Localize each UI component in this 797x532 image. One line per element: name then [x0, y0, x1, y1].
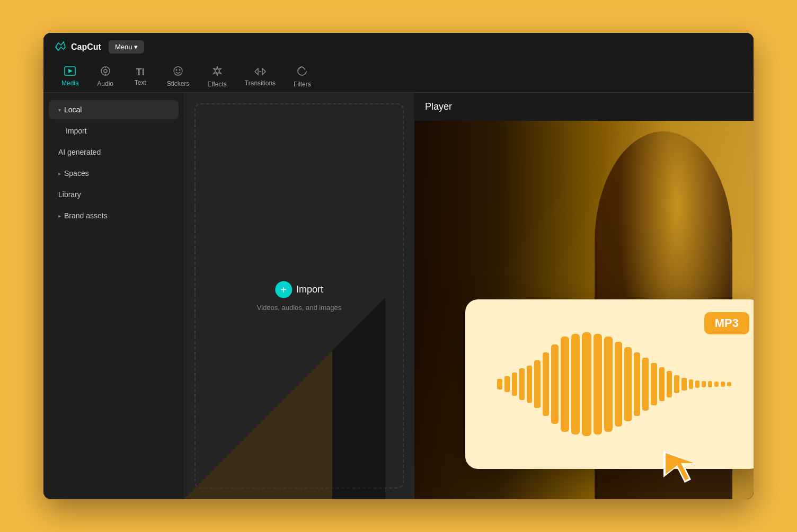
svg-rect-23 [615, 342, 622, 427]
svg-rect-11 [504, 376, 510, 392]
cursor-arrow-icon [658, 440, 701, 483]
svg-rect-28 [659, 367, 665, 401]
sidebar-item-ai-generated[interactable]: AI generated [49, 143, 179, 162]
tab-stickers[interactable]: Stickers [160, 61, 197, 92]
svg-rect-31 [681, 378, 687, 391]
effects-label: Effects [207, 81, 226, 88]
svg-rect-17 [551, 344, 559, 424]
svg-point-8 [179, 69, 181, 71]
capcut-logo-icon [54, 41, 67, 54]
sidebar-local-label: Local [64, 105, 82, 114]
text-icon: TI [136, 67, 145, 77]
sidebar-item-import[interactable]: Import [49, 121, 179, 140]
import-button[interactable]: + Import [275, 281, 323, 298]
transitions-label: Transitions [245, 79, 276, 87]
import-button-label: Import [296, 284, 323, 295]
svg-marker-40 [666, 453, 694, 481]
svg-rect-16 [543, 352, 549, 416]
svg-marker-1 [68, 69, 73, 73]
sidebar-library-label: Library [58, 190, 81, 199]
svg-rect-18 [561, 336, 569, 432]
sidebar-item-library[interactable]: Library [49, 185, 179, 204]
stickers-label: Stickers [167, 80, 190, 87]
svg-rect-21 [594, 334, 602, 435]
filters-icon [296, 65, 308, 78]
svg-rect-15 [534, 360, 541, 408]
svg-rect-30 [674, 375, 679, 393]
svg-point-5 [104, 69, 107, 73]
import-plus-icon: + [275, 281, 292, 298]
sidebar-item-spaces[interactable]: ▸ Spaces [49, 164, 179, 183]
sidebar-item-brand-assets[interactable]: ▸ Brand assets [49, 206, 179, 225]
svg-rect-29 [667, 371, 672, 397]
sidebar-item-local[interactable]: ▾ Local [49, 100, 179, 119]
svg-rect-22 [604, 336, 613, 432]
svg-rect-33 [695, 380, 699, 388]
sidebar-ai-label: AI generated [58, 148, 101, 156]
svg-point-6 [174, 67, 182, 75]
svg-rect-36 [714, 382, 719, 387]
import-area: + Import Videos, audios, and images [257, 281, 341, 311]
brand-assets-arrow: ▸ [58, 213, 61, 219]
mp3-badge: MP3 [704, 312, 749, 334]
player-header: Player [414, 93, 754, 121]
media-label: Media [61, 79, 79, 87]
player-title: Player [425, 101, 452, 112]
stickers-icon [173, 66, 183, 78]
media-drop-area[interactable]: + Import Videos, audios, and images [184, 93, 414, 499]
svg-rect-26 [642, 358, 649, 411]
svg-rect-35 [708, 381, 712, 387]
triangle-decoration-2 [184, 351, 332, 499]
media-icon [64, 66, 76, 77]
sidebar-brand-assets-label: Brand assets [64, 211, 108, 220]
audio-label: Audio [97, 80, 113, 87]
tab-media[interactable]: Media [54, 62, 86, 91]
svg-rect-32 [689, 379, 693, 389]
import-subtitle: Videos, audios, and images [257, 303, 341, 311]
waveform [492, 331, 736, 437]
svg-rect-12 [512, 373, 517, 396]
app-window: CapCut Menu ▾ Media Audi [43, 33, 754, 499]
player-content: MP3 [414, 121, 754, 499]
filters-label: Filters [294, 81, 311, 88]
player-panel: Player MP3 [414, 93, 754, 499]
text-label: Text [135, 79, 146, 86]
effects-icon [211, 65, 223, 78]
toolbar: Media Audio TI Text [43, 61, 754, 93]
svg-rect-27 [651, 363, 657, 405]
svg-rect-38 [727, 382, 731, 386]
svg-rect-19 [571, 334, 580, 435]
tab-text[interactable]: TI Text [125, 63, 156, 91]
svg-rect-13 [519, 368, 525, 400]
title-bar: CapCut Menu ▾ [43, 33, 754, 61]
logo: CapCut [54, 41, 101, 54]
tab-filters[interactable]: Filters [286, 61, 318, 92]
svg-rect-10 [497, 379, 502, 389]
transitions-icon [254, 67, 266, 77]
tab-effects[interactable]: Effects [200, 61, 234, 92]
menu-button[interactable]: Menu ▾ [109, 40, 144, 54]
tab-transitions[interactable]: Transitions [237, 63, 283, 91]
svg-rect-20 [582, 332, 591, 436]
svg-rect-14 [527, 366, 532, 403]
sidebar-spaces-label: Spaces [64, 169, 89, 178]
tab-audio[interactable]: Audio [90, 61, 121, 92]
svg-rect-37 [721, 382, 725, 387]
svg-rect-24 [624, 347, 632, 421]
app-name: CapCut [71, 42, 101, 52]
svg-rect-25 [634, 352, 640, 416]
local-arrow: ▾ [58, 107, 61, 113]
svg-point-7 [176, 69, 178, 71]
main-content: ▾ Local Import AI generated ▸ Spaces Lib… [43, 93, 754, 499]
spaces-arrow: ▸ [58, 171, 61, 176]
audio-icon [100, 66, 111, 78]
mp3-card: MP3 [465, 299, 754, 469]
sidebar-import-label: Import [66, 127, 87, 135]
cursor-area [658, 440, 701, 485]
svg-rect-34 [702, 381, 706, 387]
sidebar: ▾ Local Import AI generated ▸ Spaces Lib… [43, 93, 184, 499]
